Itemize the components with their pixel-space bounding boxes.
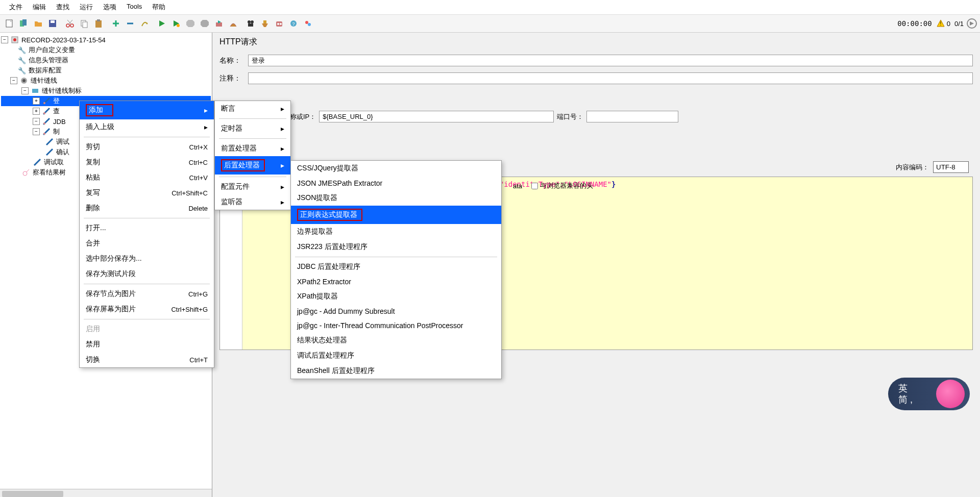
tree-scrollbar[interactable] — [0, 489, 212, 497]
run-noTimer-icon[interactable] — [169, 17, 183, 30]
menu-options[interactable]: 选项 — [98, 1, 121, 13]
tree-item[interactable]: −缝针缝线制标 — [1, 86, 211, 96]
ctx-merge[interactable]: 合并 — [80, 236, 214, 251]
ctx-jpgc-dummy[interactable]: jp@gc - Add Dummy Subresult — [291, 304, 501, 318]
menu-tools[interactable]: Tools — [121, 1, 147, 13]
expand-icon[interactable]: + — [33, 108, 40, 115]
tree-root[interactable]: − RECORD-2023-03-17-15-54 — [1, 35, 211, 45]
svg-point-49 — [23, 171, 27, 176]
new-icon[interactable] — [3, 17, 16, 30]
ctx-jdbc-post[interactable]: JDBC 后置处理程序 — [291, 259, 501, 275]
ctx-regex-extractor[interactable]: 正则表达式提取器 — [291, 206, 501, 224]
svg-rect-27 — [248, 23, 253, 27]
ctx-result-status[interactable]: 结果状态处理器 — [291, 333, 501, 348]
ime-badge[interactable]: 英简 , — [888, 378, 970, 410]
ctx-boundary-extractor[interactable]: 边界提取器 — [291, 224, 501, 239]
ctx-json-extractor[interactable]: JSON提取器 — [291, 190, 501, 206]
collapse-icon[interactable]: − — [10, 77, 17, 84]
ctx-listeners[interactable]: 监听器▸ — [215, 194, 290, 210]
ctx-save-selection[interactable]: 选中部分保存为... — [80, 251, 214, 266]
name-input[interactable] — [248, 55, 973, 66]
ctx-toggle[interactable]: 切换Ctrl+T — [80, 352, 214, 367]
ctx-save-fragment[interactable]: 保存为测试片段 — [80, 266, 214, 282]
sampler-icon — [42, 127, 51, 136]
svg-point-48 — [43, 133, 45, 135]
collapse-icon[interactable]: − — [1, 36, 8, 43]
sampler-icon — [45, 147, 54, 157]
svg-text:!: ! — [940, 21, 941, 27]
multipart-label-partial: ata — [513, 182, 522, 190]
ctx-save-screen-image[interactable]: 保存屏幕为图片Ctrl+Shift+G — [80, 302, 214, 317]
ctx-postprocessors[interactable]: 后置处理器▸ — [215, 156, 290, 175]
ctx-jsr223-post[interactable]: JSR223 后置处理程序 — [291, 239, 501, 255]
timer-display: 00:00:00 — [897, 19, 932, 28]
open-icon[interactable] — [32, 17, 45, 30]
copy-icon[interactable] — [78, 17, 91, 30]
tree-label: 用户自定义变量 — [29, 45, 75, 55]
toggle-icon[interactable] — [138, 17, 151, 30]
remote-start-icon[interactable] — [212, 17, 226, 30]
browser-compat-checkbox[interactable] — [531, 183, 538, 189]
ctx-disable[interactable]: 禁用 — [80, 337, 214, 352]
shutdown-icon[interactable] — [198, 17, 211, 30]
menu-find[interactable]: 查找 — [51, 1, 75, 13]
svg-rect-0 — [6, 20, 12, 27]
ctx-save-node-image[interactable]: 保存节点为图片Ctrl+G — [80, 286, 214, 302]
templates-icon[interactable] — [17, 17, 31, 30]
ctx-config[interactable]: 配置元件▸ — [215, 179, 290, 194]
cut-icon[interactable] — [63, 17, 77, 30]
ctx-debug-post[interactable]: 调试后置处理程序 — [291, 348, 501, 363]
tree-item[interactable]: 🔧数据库配置 — [1, 65, 211, 76]
server-input[interactable] — [319, 111, 554, 122]
ctx-xpath[interactable]: XPath提取器 — [291, 289, 501, 304]
tree-item[interactable]: 🔧信息头管理器 — [1, 55, 211, 65]
ctx-insert-parent[interactable]: 插入上级▸ — [80, 119, 214, 135]
help-icon[interactable] — [301, 17, 314, 30]
ctx-preprocessors[interactable]: 前置处理器▸ — [215, 141, 290, 156]
menu-help[interactable]: 帮助 — [147, 1, 170, 13]
tree-item[interactable]: 🔧用户自定义变量 — [1, 45, 211, 55]
run-icon[interactable] — [155, 17, 168, 30]
ctx-duplicate[interactable]: 复写Ctrl+Shift+C — [80, 185, 214, 201]
ctx-label: 切换 — [86, 355, 100, 364]
ctx-css-extractor[interactable]: CSS/JQuery提取器 — [291, 161, 501, 176]
warning-indicator[interactable]: ! 0 — [936, 19, 950, 28]
paste-icon[interactable] — [92, 17, 105, 30]
svg-point-6 — [66, 24, 69, 27]
encoding-input[interactable] — [933, 161, 969, 173]
tree-item[interactable]: −缝针缝线 — [1, 76, 211, 86]
ctx-add[interactable]: 添加▸ — [80, 101, 214, 119]
svg-point-41 — [13, 38, 16, 41]
search-icon[interactable] — [273, 17, 286, 30]
ctx-copy[interactable]: 复制Ctrl+C — [80, 155, 214, 170]
remote-stop-icon[interactable] — [227, 17, 240, 30]
ctx-assertions[interactable]: 断言▸ — [215, 101, 290, 116]
ctx-xpath2[interactable]: XPath2 Extractor — [291, 275, 501, 289]
collapse-icon[interactable] — [124, 17, 137, 30]
save-icon[interactable] — [46, 17, 59, 30]
comment-input[interactable] — [248, 72, 973, 84]
menu-run[interactable]: 运行 — [75, 1, 98, 13]
svg-point-20 — [177, 24, 180, 27]
ctx-cut[interactable]: 剪切Ctrl+X — [80, 139, 214, 155]
ctx-beanshell-post[interactable]: BeanShell 后置处理程序 — [291, 363, 501, 379]
collapse-icon[interactable]: − — [21, 87, 29, 94]
stop-icon[interactable] — [184, 17, 197, 30]
collapse-icon[interactable]: − — [33, 118, 40, 125]
expand-icon[interactable]: + — [33, 97, 40, 105]
ctx-jpgc-interthread[interactable]: jp@gc - Inter-Thread Communication PostP… — [291, 318, 501, 333]
menu-edit[interactable]: 编辑 — [28, 1, 51, 13]
collapse-icon[interactable]: − — [33, 128, 40, 135]
svg-rect-44 — [32, 89, 38, 93]
ctx-open[interactable]: 打开... — [80, 220, 214, 236]
function-icon[interactable]: ? — [287, 17, 300, 30]
menu-file[interactable]: 文件 — [4, 1, 28, 13]
port-input[interactable] — [586, 111, 678, 122]
expand-icon[interactable] — [109, 17, 122, 30]
ctx-jmespath-extractor[interactable]: JSON JMESPath Extractor — [291, 176, 501, 190]
clear-icon[interactable] — [244, 17, 257, 30]
ctx-timers[interactable]: 定时器▸ — [215, 121, 290, 136]
ctx-delete[interactable]: 删除Delete — [80, 201, 214, 216]
clear-all-icon[interactable] — [258, 17, 272, 30]
ctx-paste[interactable]: 粘贴Ctrl+V — [80, 170, 214, 185]
